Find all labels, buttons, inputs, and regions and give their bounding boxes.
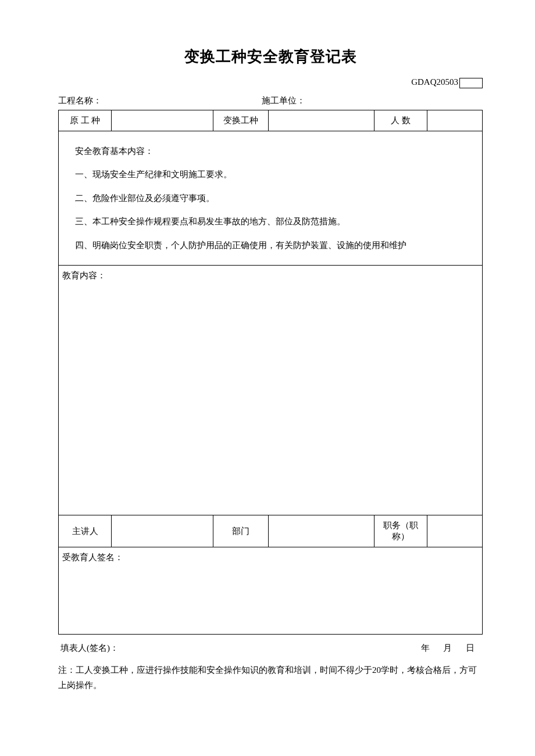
lecturer-value[interactable] <box>112 515 213 547</box>
people-count-value[interactable] <box>427 110 483 131</box>
row-basic-content: 安全教育基本内容： 一、现场安全生产纪律和文明施工要求。 二、危险作业部位及必须… <box>59 131 483 266</box>
original-work-type-label: 原 工 种 <box>59 110 112 131</box>
row-lecturer: 主讲人 部门 职务（职称） <box>59 515 483 547</box>
basic-content-item-1: 一、现场安全生产纪律和文明施工要求。 <box>75 163 466 187</box>
construction-unit-label: 施工单位： <box>262 96 305 105</box>
row-trainee-signature: 受教育人签名： <box>59 547 483 635</box>
form-filler-label: 填表人(签名)： <box>60 643 119 654</box>
original-work-type-value[interactable] <box>112 110 213 131</box>
basic-content-item-2: 二、危险作业部位及必须遵守事项。 <box>75 187 466 210</box>
form-code-prefix: GDAQ20503 <box>411 77 458 87</box>
row-work-types: 原 工 种 变换工种 人 数 <box>59 110 483 131</box>
day-label: 日 <box>466 643 475 653</box>
form-code-row: GDAQ20503 <box>58 77 483 88</box>
lecturer-label: 主讲人 <box>59 515 112 547</box>
registration-table: 原 工 种 变换工种 人 数 安全教育基本内容： 一、现场安全生产纪律和文明施工… <box>58 110 483 635</box>
basic-content-item-4: 四、明确岗位安全职责，个人防护用品的正确使用，有关防护装置、设施的使用和维护 <box>75 234 466 257</box>
footer-row: 填表人(签名)： 年 月 日 <box>58 643 483 654</box>
construction-unit-field: 施工单位： <box>262 95 483 106</box>
project-name-field: 工程名称： <box>58 95 262 106</box>
education-content-heading: 教育内容： <box>62 270 479 281</box>
people-count-label: 人 数 <box>374 110 427 131</box>
form-code-box[interactable] <box>459 78 483 88</box>
page-title: 变换工种安全教育登记表 <box>58 46 483 67</box>
row-education-content: 教育内容： <box>59 266 483 515</box>
position-value[interactable] <box>427 515 483 547</box>
basic-content-heading: 安全教育基本内容： <box>75 139 466 163</box>
position-label: 职务（职称） <box>374 515 427 547</box>
month-label: 月 <box>443 643 452 653</box>
department-value[interactable] <box>268 515 374 547</box>
date-field: 年 月 日 <box>415 643 481 654</box>
department-label: 部门 <box>213 515 269 547</box>
trainee-signature-heading: 受教育人签名： <box>62 552 479 563</box>
changed-work-type-label: 变换工种 <box>213 110 269 131</box>
basic-content-item-3: 三、本工种安全操作规程要点和易发生事故的地方、部位及防范措施。 <box>75 210 466 234</box>
footnote: 注：工人变换工种，应进行操作技能和安全操作知识的教育和培训，时间不得少于20学时… <box>58 663 483 693</box>
changed-work-type-value[interactable] <box>268 110 374 131</box>
year-label: 年 <box>421 643 430 653</box>
project-name-label: 工程名称： <box>58 96 102 105</box>
